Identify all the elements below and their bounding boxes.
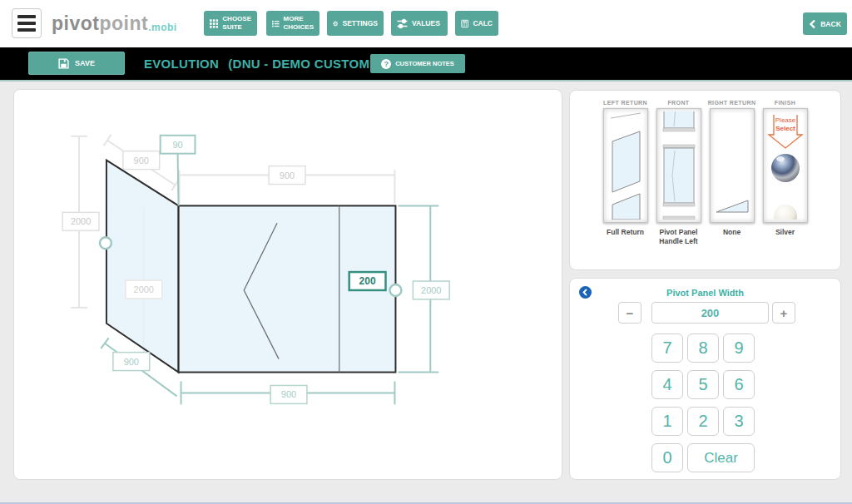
left-return-value: Full Return [602,228,650,237]
dim-label-return-bottom: 900 [124,357,139,367]
key-1[interactable]: 1 [651,407,683,436]
key-3[interactable]: 3 [723,407,755,436]
dim-label-right-height: 2000 [421,285,441,295]
please-label: Please [775,116,795,124]
key-4[interactable]: 4 [651,370,683,399]
panel-selector-card: LEFT RETURN Full Return FRONT [569,90,841,270]
full-return-thumbnail [607,111,645,220]
left-return-header: LEFT RETURN [602,100,650,106]
calc-button[interactable]: CALC [455,11,498,36]
shower-screen-diagram: 2000 900 900 2000 [14,90,562,479]
suite-name: EVOLUTION [144,57,219,71]
increment-button[interactable]: + [772,302,795,324]
calc-label: CALC [473,19,493,27]
save-label: SAVE [75,59,95,67]
choose-suite-label-line1: CHOOSE [222,15,251,22]
dim-label-return-top: 900 [134,156,149,166]
settings-button[interactable]: SETTINGS [327,11,384,36]
silver-finish-thumbnail: Please Select [766,111,805,220]
sliders-icon [397,18,408,29]
back-label: BACK [820,20,841,28]
right-return-carousel[interactable] [710,108,755,223]
pivot-width-label: 200 [359,275,376,287]
grid-icon [210,18,218,29]
gear-icon [333,18,338,29]
select-label: Select [775,125,795,132]
save-icon [58,58,69,69]
key-8[interactable]: 8 [687,334,719,363]
clear-button[interactable]: Clear [687,443,755,472]
question-icon: ? [381,59,391,69]
choose-suite-button[interactable]: CHOOSESUITE [204,11,257,36]
key-7[interactable]: 7 [651,334,683,363]
values-label: VALUES [412,19,440,27]
selector-front: FRONT Pivot Panel Handle Left [655,100,703,245]
key-2[interactable]: 2 [687,407,719,436]
selector-right-return: RIGHT RETURN None [708,100,756,245]
more-choices-button[interactable]: MORECHOICES [266,11,320,36]
keypad-title: Pivot Panel Width [570,288,840,298]
left-return-carousel[interactable] [603,108,648,223]
right-return-value: None [708,228,756,237]
front-carousel[interactable] [656,108,701,223]
more-choices-label-line1: MORE [284,15,304,22]
numeric-keypad: 7 8 9 4 5 6 1 2 3 0 Clear [651,334,755,472]
return-panel[interactable] [106,161,179,373]
right-return-header: RIGHT RETURN [708,100,756,106]
dim-label-inner-height: 2000 [134,284,154,294]
customer-notes-button[interactable]: ? CUSTOMER NOTES [370,54,465,73]
dim-label-return-height: 2000 [71,216,91,226]
front-header: FRONT [655,100,703,106]
values-button[interactable]: VALUES [391,11,448,36]
key-0[interactable]: 0 [651,443,683,472]
job-title: EVOLUTION (DNU - DEMO CUSTOMER) [144,47,392,80]
customer-notes-label: CUSTOMER NOTES [395,60,454,67]
silver-ball-image [771,154,800,182]
wall-offset-label: 90 [172,140,182,150]
finish-carousel[interactable]: Please Select [763,108,808,223]
toolbar: SAVE EVOLUTION (DNU - DEMO CUSTOMER) ? C… [0,47,852,82]
calculator-icon [461,18,468,29]
dim-label-front-bottom: 900 [281,389,296,399]
save-button[interactable]: SAVE [28,52,125,75]
key-6[interactable]: 6 [723,370,755,399]
pivot-panel-thumbnail [660,111,698,220]
finish-value: Silver [761,228,810,237]
app-header: pivot point .mobi CHOOSESUITE MORECHOICE… [0,0,852,47]
left-edge-handle[interactable] [100,237,111,249]
wall-offset-leader [178,154,179,206]
white-ball-image [774,205,797,220]
choose-suite-label-line2: SUITE [222,23,242,31]
drawing-canvas: 2000 900 900 2000 [13,89,562,480]
customer-name: (DNU - DEMO CUSTOMER) [228,57,392,71]
none-thumbnail [713,111,751,220]
back-button[interactable]: BACK [803,12,847,35]
pivot-panel-width-card: Pivot Panel Width − + 7 8 9 4 5 6 1 2 3 … [569,278,841,480]
finish-header: FINISH [761,100,810,106]
hamburger-icon [17,15,36,18]
dim-label-front-top: 900 [280,170,295,180]
menu-button[interactable] [12,8,42,38]
logo-text-mobi: .mobi [148,15,177,33]
selector-left-return: LEFT RETURN Full Return [602,100,650,245]
list-icon [272,18,280,29]
key-5[interactable]: 5 [687,370,719,399]
right-edge-handle[interactable] [389,284,401,296]
decrement-button[interactable]: − [618,302,641,324]
chevron-left-icon [809,19,816,29]
settings-label: SETTINGS [342,19,378,27]
pivot-width-input[interactable] [651,302,769,324]
front-value: Pivot Panel Handle Left [655,228,703,245]
more-choices-label-line2: CHOICES [284,23,314,31]
logo-text-pivot: pivot [52,12,99,35]
selector-finish: FINISH [761,100,810,245]
key-9[interactable]: 9 [723,334,755,363]
app-logo: pivot point .mobi [52,0,177,47]
logo-text-point: point [99,12,148,35]
